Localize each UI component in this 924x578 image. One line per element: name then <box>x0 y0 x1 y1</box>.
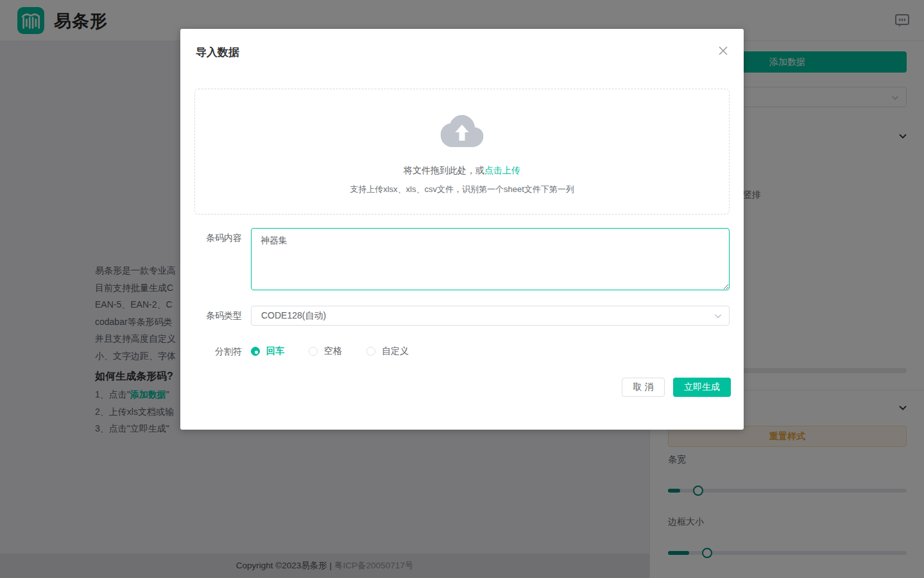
barcode-type-select[interactable]: CODE128(自动) <box>251 306 730 326</box>
radio-option-enter[interactable]: 回车 <box>251 346 284 357</box>
radio-icon <box>251 347 260 356</box>
dialog-title: 导入数据 <box>196 45 239 60</box>
upload-hint-text: 支持上传xlsx、xls、csv文件，识别第一个sheet文件下第一列 <box>195 184 729 195</box>
close-icon[interactable] <box>717 44 730 57</box>
radio-icon <box>309 347 318 356</box>
generate-now-button[interactable]: 立即生成 <box>673 378 731 397</box>
radio-icon <box>366 347 375 356</box>
radio-option-label: 自定义 <box>382 346 409 357</box>
cancel-button[interactable]: 取 消 <box>622 378 665 397</box>
chevron-down-icon <box>714 311 723 323</box>
radio-option-custom[interactable]: 自定义 <box>366 346 409 357</box>
import-data-dialog: 导入数据 将文件拖到此处，或点击上传 支持上传xlsx、xls、csv文件，识别… <box>180 29 744 430</box>
page: 易条形 易条形是一款专业高 目前支持批量生成C EAN-5、EAN-2、C co… <box>0 0 924 578</box>
radio-option-label: 回车 <box>266 346 284 357</box>
upload-drag-label: 将文件拖到此处，或 <box>404 165 484 175</box>
barcode-type-label: 条码类型 <box>194 310 242 322</box>
radio-option-label: 空格 <box>324 346 342 357</box>
upload-drag-text: 将文件拖到此处，或点击上传 <box>195 165 729 177</box>
file-dropzone[interactable]: 将文件拖到此处，或点击上传 支持上传xlsx、xls、csv文件，识别第一个sh… <box>194 89 730 215</box>
barcode-content-textarea[interactable]: 神器集 <box>251 228 730 290</box>
radio-option-space[interactable]: 空格 <box>309 346 342 357</box>
barcode-content-label: 条码内容 <box>194 232 242 244</box>
separator-label: 分割符 <box>194 346 242 358</box>
upload-click-link[interactable]: 点击上传 <box>484 165 520 175</box>
barcode-type-value: CODE128(自动) <box>252 310 326 322</box>
upload-cloud-icon <box>441 115 484 150</box>
separator-radio-group: 回车 空格 自定义 <box>251 346 409 357</box>
